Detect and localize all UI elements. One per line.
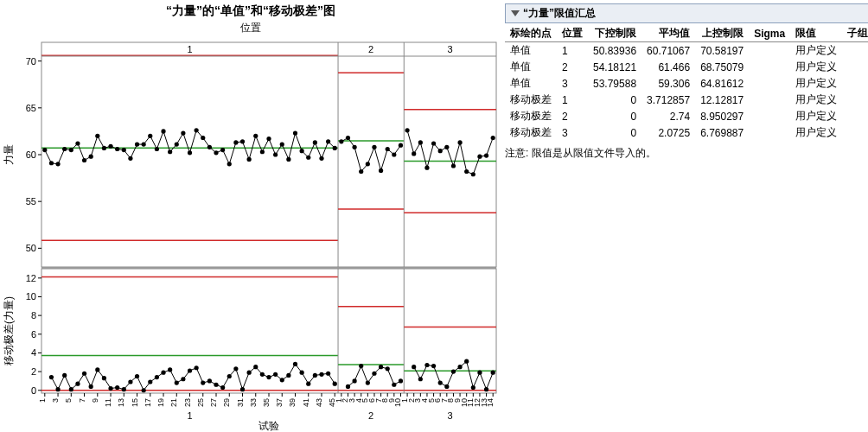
svg-text:移动极差(力量): 移动极差(力量) (3, 296, 15, 365)
svg-point-120 (300, 371, 304, 375)
svg-text:23: 23 (183, 398, 192, 407)
svg-point-95 (135, 374, 139, 378)
svg-point-195 (366, 380, 370, 384)
svg-point-194 (359, 364, 363, 368)
svg-point-191 (399, 143, 403, 148)
svg-point-52 (142, 142, 146, 146)
svg-point-56 (168, 149, 172, 154)
svg-point-243 (484, 153, 488, 157)
svg-point-252 (457, 365, 462, 369)
svg-point-198 (386, 366, 390, 371)
svg-text:0: 0 (31, 385, 36, 396)
svg-text:31: 31 (236, 398, 245, 407)
svg-point-68 (247, 157, 252, 162)
summary-header[interactable]: “力量”限值汇总 (505, 3, 868, 23)
svg-point-244 (491, 136, 495, 140)
svg-text:50: 50 (26, 243, 36, 253)
svg-point-111 (240, 387, 245, 391)
svg-text:6: 6 (31, 329, 36, 340)
svg-point-109 (227, 374, 232, 378)
svg-point-87 (82, 372, 86, 376)
svg-point-40 (62, 147, 67, 151)
svg-point-98 (155, 375, 159, 379)
svg-text:1: 1 (187, 44, 192, 54)
svg-text:15: 15 (131, 398, 139, 407)
svg-point-197 (379, 365, 383, 369)
svg-point-89 (95, 367, 99, 372)
svg-point-82 (49, 375, 54, 379)
svg-point-196 (372, 372, 376, 376)
svg-point-122 (313, 373, 317, 378)
svg-point-233 (418, 140, 423, 144)
svg-text:21: 21 (169, 398, 178, 407)
svg-point-94 (128, 379, 132, 384)
svg-point-66 (233, 140, 238, 144)
svg-point-80 (326, 139, 330, 143)
svg-text:1: 1 (38, 398, 47, 403)
svg-point-125 (333, 382, 337, 386)
svg-text:19: 19 (156, 398, 165, 407)
summary-title: “力量”限值汇总 (523, 6, 596, 21)
svg-point-42 (75, 141, 80, 145)
svg-point-121 (306, 382, 310, 386)
svg-point-75 (293, 130, 297, 135)
svg-point-88 (89, 384, 93, 389)
svg-point-116 (273, 372, 278, 377)
svg-point-110 (233, 366, 238, 371)
svg-point-65 (227, 162, 232, 166)
svg-point-183 (346, 136, 350, 140)
svg-point-101 (175, 380, 179, 384)
svg-text:2: 2 (368, 44, 373, 54)
svg-point-249 (438, 380, 443, 384)
svg-point-255 (477, 371, 482, 375)
svg-point-54 (155, 147, 159, 151)
svg-point-49 (122, 148, 126, 152)
svg-point-73 (280, 142, 284, 146)
svg-point-58 (181, 130, 185, 135)
svg-text:3: 3 (51, 398, 60, 403)
svg-rect-1 (41, 269, 496, 393)
svg-point-43 (82, 158, 86, 162)
svg-text:13: 13 (117, 398, 125, 407)
svg-point-64 (220, 148, 225, 152)
svg-point-114 (260, 372, 265, 377)
svg-point-254 (471, 385, 475, 390)
svg-point-91 (108, 386, 112, 391)
svg-point-61 (201, 136, 205, 140)
svg-point-251 (451, 369, 456, 373)
control-chart: 5055606570024681012力量移动极差(力量)试验113579111… (0, 35, 501, 432)
svg-text:10: 10 (26, 291, 36, 302)
svg-text:8: 8 (31, 310, 36, 321)
svg-point-185 (359, 169, 363, 174)
svg-point-90 (102, 376, 106, 380)
svg-point-84 (62, 373, 67, 378)
svg-point-193 (353, 378, 357, 383)
svg-point-97 (148, 379, 152, 384)
svg-point-62 (207, 145, 212, 149)
svg-point-45 (95, 134, 99, 138)
svg-point-253 (464, 359, 469, 364)
svg-point-257 (491, 371, 495, 375)
svg-point-53 (148, 134, 152, 138)
svg-text:11: 11 (104, 398, 112, 407)
svg-point-232 (412, 151, 416, 156)
svg-point-78 (313, 140, 317, 144)
svg-point-100 (168, 367, 172, 372)
svg-point-85 (69, 387, 73, 391)
svg-point-184 (353, 145, 357, 149)
svg-point-48 (115, 147, 119, 151)
svg-text:2: 2 (368, 410, 373, 421)
svg-point-200 (399, 378, 403, 383)
svg-point-236 (438, 149, 443, 153)
svg-rect-0 (41, 42, 496, 267)
svg-point-235 (431, 141, 436, 145)
svg-point-241 (471, 172, 475, 176)
svg-point-86 (75, 382, 80, 386)
svg-point-250 (444, 384, 449, 389)
svg-text:65: 65 (26, 103, 36, 113)
collapse-triangle-icon[interactable] (511, 10, 520, 16)
svg-point-192 (346, 384, 350, 389)
svg-text:14: 14 (486, 398, 495, 407)
svg-point-46 (102, 146, 106, 150)
svg-point-188 (379, 168, 383, 173)
